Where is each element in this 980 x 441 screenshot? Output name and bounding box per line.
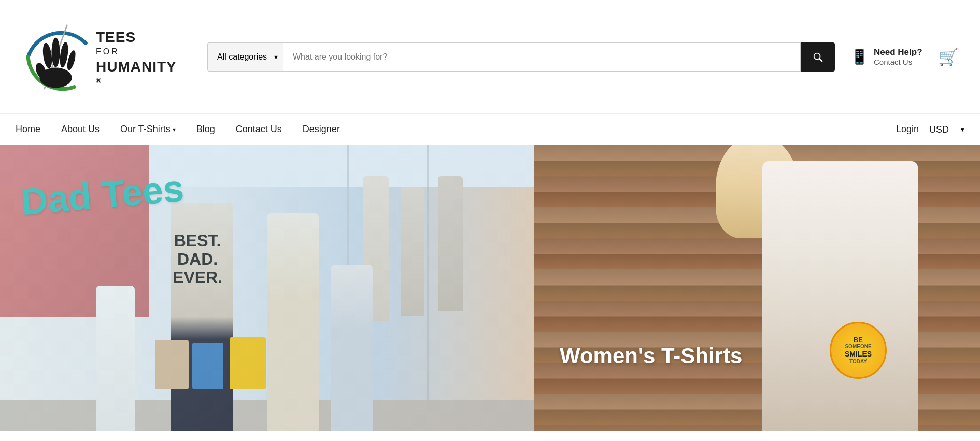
nav-designer-label: Designer [303,124,340,135]
logo-for: FOR [96,47,177,58]
nav-about-us[interactable]: About Us [61,124,100,135]
nav-contact-label: Contact Us [236,124,282,135]
need-help: 📱 Need Help? Contact Us [850,47,922,66]
nav-blog-label: Blog [196,124,215,135]
category-wrapper: All categories [207,42,283,72]
currency-select[interactable]: USD EUR GBP CAD [929,124,959,135]
hero-left-panel[interactable]: BEST. DAD. EVER. Dad Tees [0,145,534,431]
nav-home[interactable]: Home [16,124,40,135]
badge-text: BE SOMEONE SMILES TODAY [845,336,872,365]
logo-svg [16,16,96,98]
logo-text: TEES FOR HUMANITY® [96,28,177,86]
woman-figure [762,161,918,431]
header-right: 📱 Need Help? Contact Us 🛒 [850,47,964,67]
svg-line-8 [819,59,822,61]
hero-section: BEST. DAD. EVER. Dad Tees BE SOMEONE SMI… [0,145,980,431]
nav-left: Home About Us Our T-Shirts ▾ Blog Contac… [16,124,896,135]
logo-image [16,16,96,98]
nav-tshirts-label: Our T-Shirts [120,124,171,135]
need-help-title: Need Help? [874,47,922,58]
search-area: All categories [207,42,835,72]
nav-designer[interactable]: Designer [303,124,340,135]
chevron-down-icon: ▾ [961,125,964,133]
womens-tshirts-label: Women's T-Shirts [560,344,742,368]
logo-brand: TEES [96,28,177,47]
search-button[interactable] [801,42,835,72]
currency-wrapper: USD EUR GBP CAD ▾ [929,124,964,135]
need-help-text: Need Help? Contact Us [874,47,922,66]
svg-point-4 [52,37,60,67]
badge-be: BE [845,336,872,344]
nav-our-tshirts[interactable]: Our T-Shirts ▾ [120,124,176,135]
category-select[interactable]: All categories [207,42,283,72]
nav-right: Login USD EUR GBP CAD ▾ [896,124,964,135]
hero-right-panel[interactable]: BE SOMEONE SMILES TODAY Women's T-Shirts [534,145,980,431]
main-nav: Home About Us Our T-Shirts ▾ Blog Contac… [0,114,980,145]
hero-left-overlay [0,145,534,431]
login-link[interactable]: Login [896,124,919,135]
cart-icon[interactable]: 🛒 [938,47,959,67]
nav-about-label: About Us [61,124,100,135]
nav-blog[interactable]: Blog [196,124,215,135]
badge-today: TODAY [845,359,872,365]
nav-contact-us[interactable]: Contact Us [236,124,282,135]
nav-home-label: Home [16,124,40,135]
badge-someone: SOMEONE [845,344,872,350]
site-header: TEES FOR HUMANITY® All categories 📱 Need… [0,0,980,114]
login-label: Login [896,124,919,135]
logo-area: TEES FOR HUMANITY® [16,16,192,98]
badge-circle: BE SOMEONE SMILES TODAY [830,322,887,379]
need-help-contact[interactable]: Contact Us [874,58,922,66]
svg-point-3 [41,42,53,69]
chevron-down-icon: ▾ [173,126,176,133]
badge-smiles: SMILES [845,350,872,359]
phone-icon: 📱 [850,48,869,65]
search-input[interactable] [283,42,801,72]
logo-humanity: HUMANITY® [96,58,177,86]
search-icon [812,51,823,63]
